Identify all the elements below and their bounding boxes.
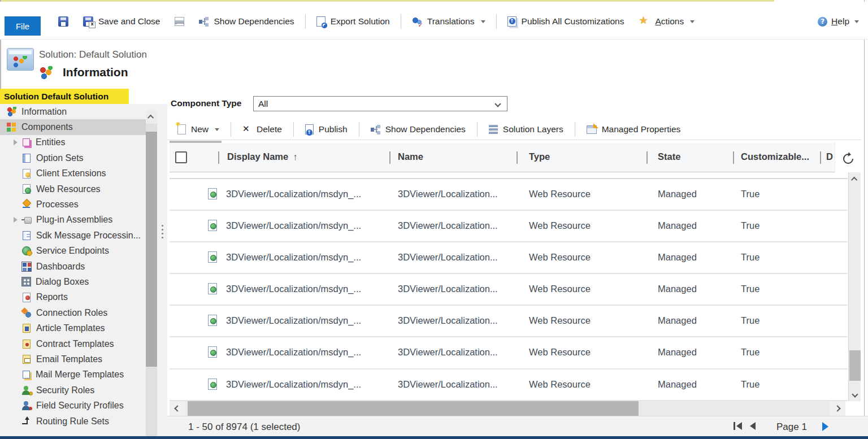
- table-row[interactable]: 3DViewer/Localization/msdyn_... 3DViewer…: [170, 306, 848, 337]
- expand-arrow-icon[interactable]: [14, 140, 21, 145]
- table-row[interactable]: 3DViewer/Localization/msdyn_... 3DViewer…: [170, 242, 848, 274]
- field-security-profiles-icon: [21, 401, 32, 411]
- refresh-button[interactable]: [835, 142, 861, 175]
- sidebar-item-web-resources[interactable]: Web Resources: [0, 181, 146, 197]
- sidebar-item-article-templates[interactable]: Article Templates: [0, 320, 146, 336]
- sidebar-item-dashboards[interactable]: Dashboards: [0, 259, 146, 274]
- sidebar-item-information[interactable]: Information: [0, 104, 146, 119]
- table-row[interactable]: 3DViewer/Localization/msdyn_... 3DViewer…: [170, 274, 848, 306]
- chevron-down-icon: [494, 101, 501, 107]
- solution-label: Solution: Default Solution: [39, 49, 167, 60]
- sidebar-item-email-templates[interactable]: Email Templates: [0, 351, 146, 367]
- cell-display-name[interactable]: 3DViewer/Localization/msdyn_...: [226, 189, 389, 199]
- solution-layers-button[interactable]: Solution Layers: [481, 124, 571, 134]
- print-button[interactable]: [167, 17, 192, 26]
- cell-display-name[interactable]: 3DViewer/Localization/msdyn_...: [226, 284, 389, 294]
- next-page-button[interactable]: [822, 422, 828, 431]
- components-grid: 3DViewer/Localization/msdyn_... 3DViewer…: [170, 179, 848, 401]
- sidebar-item-client-extensions[interactable]: Client Extensions: [0, 166, 146, 181]
- show-dependencies-button[interactable]: Show Dependencies: [192, 16, 301, 27]
- sidebar-item-security-roles[interactable]: Security Roles: [0, 383, 146, 398]
- cell-display-name[interactable]: 3DViewer/Localization/msdyn_...: [226, 379, 389, 390]
- save-button[interactable]: [51, 16, 76, 27]
- cell-state: Managed: [658, 379, 697, 390]
- help-button[interactable]: Help: [818, 11, 859, 32]
- contract-templates-icon: [23, 340, 31, 349]
- save-and-close-button[interactable]: Save and Close: [76, 16, 167, 27]
- scroll-down-button[interactable]: [849, 388, 861, 401]
- table-row[interactable]: 3DViewer/Localization/msdyn_... 3DViewer…: [170, 211, 848, 242]
- sidebar-item-components[interactable]: Components: [0, 119, 146, 134]
- table-row[interactable]: 3DViewer/Localization/msdyn_... 3DViewer…: [170, 337, 848, 369]
- table-row[interactable]: 3DViewer/Localization/msdyn_... 3DViewer…: [170, 179, 848, 211]
- column-header-d[interactable]: D: [826, 151, 833, 162]
- grid-vertical-scrollbar[interactable]: [848, 172, 861, 401]
- sidebar-item-routing-rule-sets[interactable]: Routing Rule Sets: [0, 414, 146, 429]
- sidebar-item-plugin-assemblies[interactable]: Plug-in Assemblies: [0, 212, 146, 228]
- sidebar-item-service-endpoints[interactable]: Service Endpoints: [0, 244, 146, 259]
- file-tab[interactable]: File: [5, 16, 41, 36]
- sidebar-item-label: Dashboards: [36, 262, 85, 272]
- scrollbar-thumb[interactable]: [188, 401, 639, 416]
- column-header-type[interactable]: Type: [529, 151, 550, 162]
- column-header-display-name[interactable]: Display Name: [227, 151, 297, 162]
- scrollbar-thumb[interactable]: [849, 350, 861, 381]
- cell-display-name[interactable]: 3DViewer/Localization/msdyn_...: [226, 315, 389, 326]
- sidebar-item-connection-roles[interactable]: Connection Roles: [0, 305, 146, 320]
- cell-customizable: True: [741, 189, 760, 199]
- actions-button[interactable]: Actions: [631, 16, 702, 27]
- publish-all-customizations-button[interactable]: Publish All Customizations: [500, 16, 632, 27]
- column-separator: [389, 151, 390, 164]
- toolbar-separator: [496, 14, 497, 29]
- first-page-button[interactable]: [734, 422, 742, 430]
- grid-horizontal-scrollbar[interactable]: [170, 401, 845, 416]
- cell-name: 3DViewer/Localization...: [398, 315, 519, 326]
- sidebar-item-field-security-profiles[interactable]: Field Security Profiles: [0, 398, 146, 413]
- sidebar-item-entities[interactable]: Entities: [0, 135, 146, 150]
- translations-button[interactable]: Translations: [405, 16, 493, 27]
- first-page-icon: [736, 422, 742, 430]
- delete-button[interactable]: Delete: [235, 124, 290, 134]
- previous-page-button[interactable]: [750, 422, 756, 430]
- cell-display-name[interactable]: 3DViewer/Localization/msdyn_...: [226, 252, 389, 263]
- publish-button[interactable]: Publish: [297, 124, 355, 134]
- cell-name: 3DViewer/Localization...: [398, 252, 519, 263]
- solution-layers-icon: [489, 125, 498, 134]
- scroll-up-button[interactable]: [849, 172, 861, 186]
- show-dependencies-icon: [199, 17, 209, 27]
- toolbar-separator: [575, 122, 575, 137]
- sidebar-item-mail-merge-templates[interactable]: Mail Merge Templates: [0, 367, 146, 383]
- panel-splitter-handle[interactable]: [160, 225, 164, 247]
- new-button[interactable]: New: [170, 124, 227, 134]
- scroll-up-button[interactable]: [146, 110, 157, 124]
- managed-properties-button[interactable]: Managed Properties: [579, 124, 689, 134]
- chevron-down-icon: [215, 128, 219, 131]
- scroll-right-button[interactable]: [830, 401, 845, 416]
- column-header-customizable[interactable]: Customizable...: [741, 151, 809, 162]
- sidebar-item-label: Article Templates: [36, 323, 105, 333]
- sidebar-item-option-sets[interactable]: Option Sets: [0, 150, 146, 166]
- show-dependencies-button[interactable]: Show Dependencies: [363, 124, 474, 134]
- sidebar-item-reports[interactable]: Reports: [0, 290, 146, 305]
- scroll-left-button[interactable]: [170, 401, 185, 416]
- processes-icon: [21, 199, 32, 210]
- component-type-select[interactable]: All: [253, 96, 507, 111]
- select-all-checkbox[interactable]: [175, 151, 187, 163]
- scrollbar-thumb[interactable]: [146, 132, 157, 367]
- sidebar-item-label: Components: [21, 122, 73, 132]
- web-resource-icon: [208, 283, 217, 294]
- cell-display-name[interactable]: 3DViewer/Localization/msdyn_...: [226, 347, 389, 358]
- table-row[interactable]: 3DViewer/Localization/msdyn_... 3DViewer…: [170, 370, 848, 401]
- cell-display-name[interactable]: 3DViewer/Localization/msdyn_...: [226, 220, 389, 231]
- sidebar-item-contract-templates[interactable]: Contract Templates: [0, 336, 146, 351]
- sidebar-item-sdk-message-processing[interactable]: Sdk Message Processin...: [0, 228, 146, 243]
- entities-icon: [23, 138, 30, 146]
- column-header-state[interactable]: State: [658, 151, 680, 162]
- sidebar-item-processes[interactable]: Processes: [0, 197, 146, 212]
- sidebar-scrollbar[interactable]: [146, 110, 157, 439]
- sidebar-item-dialog-boxes[interactable]: Dialog Boxes: [0, 274, 146, 289]
- column-header-name[interactable]: Name: [398, 151, 423, 162]
- export-solution-button[interactable]: Export Solution: [309, 16, 397, 27]
- expand-arrow-icon[interactable]: [14, 217, 21, 223]
- solution-navigation-tree: Information Components Entities Option S…: [0, 104, 167, 439]
